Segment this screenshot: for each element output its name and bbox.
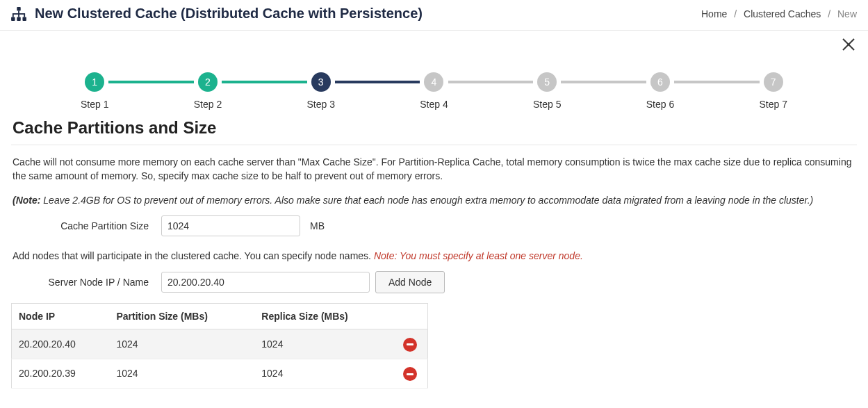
cache-partition-size-label: Cache Partition Size [11,220,156,231]
step-circle: 3 [311,72,331,92]
step-label: Step 4 [420,99,448,110]
col-node-ip: Node IP [12,304,110,329]
section-description: Cache will not consume more memory on ea… [11,155,857,183]
remove-node-icon[interactable] [403,338,417,352]
step-connector [108,81,193,83]
server-node-input[interactable] [161,272,370,293]
step-circle: 4 [424,72,443,92]
svg-rect-3 [22,17,26,20]
step-7[interactable]: 7Step 7 [760,72,787,110]
breadcrumb: Home / Clustered Caches / New [701,8,857,19]
step-6[interactable]: 6Step 6 [646,72,674,110]
cell-partition: 1024 [109,329,254,359]
step-circle: 5 [537,72,557,92]
page-title: New Clustered Cache (Distributed Cache w… [35,6,423,22]
remove-node-icon[interactable] [403,367,417,381]
step-4[interactable]: 4Step 4 [420,72,448,110]
nodes-table: Node IP Partition Size (MBs) Replica Siz… [11,303,428,389]
cell-partition: 1024 [109,359,254,389]
step-5[interactable]: 5Step 5 [533,72,561,110]
step-circle: 1 [85,72,104,92]
svg-rect-7 [18,14,19,17]
section-title: Cache Partitions and Size [11,118,857,138]
breadcrumb-sep: / [828,8,830,19]
svg-rect-8 [24,14,25,17]
cache-partition-size-input[interactable] [161,215,300,236]
section-note: (Note: Leave 2.4GB for OS to prevent out… [11,193,857,207]
table-row: 20.200.20.3910241024 [12,359,428,389]
table-row: 20.200.20.4010241024 [12,329,428,359]
step-1[interactable]: 1Step 1 [81,72,108,110]
step-connector [222,81,306,83]
breadcrumb-clustered-caches[interactable]: Clustered Caches [744,8,821,19]
cache-partition-size-unit: MB [310,220,325,231]
step-circle: 7 [764,72,783,92]
svg-rect-2 [17,17,20,20]
svg-rect-0 [17,7,20,10]
cell-replica: 1024 [254,329,393,359]
step-2[interactable]: 2Step 2 [194,72,222,110]
breadcrumb-current: New [837,8,857,19]
add-node-button[interactable]: Add Node [375,271,445,293]
col-partition-size: Partition Size (MBs) [109,304,254,329]
step-label: Step 6 [646,99,674,110]
col-replica-size: Replica Size (MBs) [254,304,393,329]
step-connector [335,81,420,83]
step-label: Step 7 [760,99,787,110]
cell-replica: 1024 [254,359,393,389]
step-label: Step 3 [307,99,335,110]
close-icon[interactable] [842,38,855,54]
step-3[interactable]: 3Step 3 [307,72,335,110]
step-circle: 6 [650,72,670,92]
step-circle: 2 [198,72,218,92]
add-nodes-text: Add nodes that will participate in the c… [13,250,374,261]
svg-rect-6 [13,14,14,17]
cell-ip: 20.200.20.39 [12,359,110,389]
breadcrumb-sep: / [734,8,737,19]
step-connector [448,81,533,83]
breadcrumb-home[interactable]: Home [701,8,727,19]
add-nodes-warning: Note: You must specify at least one serv… [374,250,583,261]
step-label: Step 1 [81,99,108,110]
step-label: Step 2 [194,99,222,110]
step-connector [561,81,646,83]
sitemap-icon [11,7,26,21]
cell-ip: 20.200.20.40 [12,329,110,359]
step-connector [674,81,759,83]
step-label: Step 5 [533,99,561,110]
stepper: 1Step 12Step 23Step 34Step 45Step 56Step… [81,72,787,110]
svg-rect-1 [11,17,15,20]
server-node-label: Server Node IP / Name [11,277,156,288]
